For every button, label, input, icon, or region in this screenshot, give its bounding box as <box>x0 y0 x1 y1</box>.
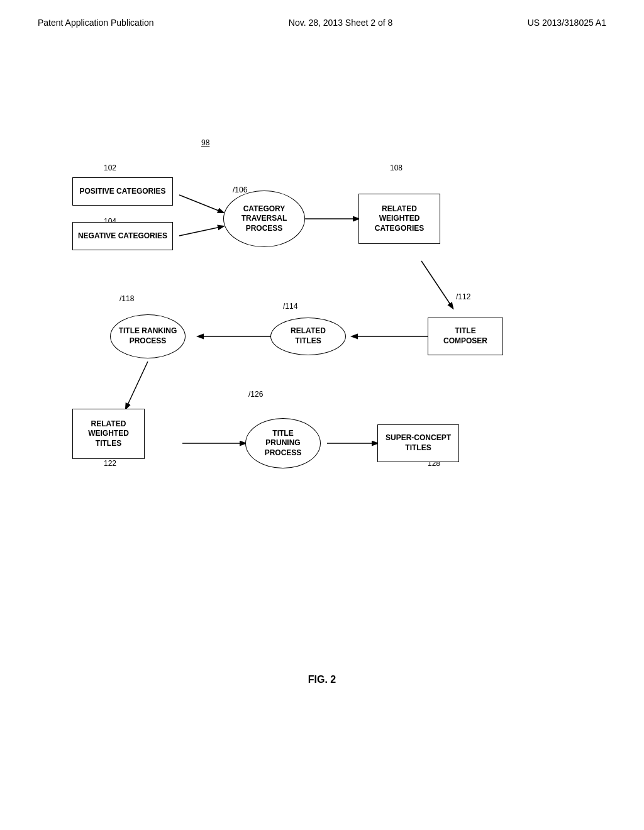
page-header: Patent Application Publication Nov. 28, … <box>0 0 644 28</box>
svg-line-3 <box>421 261 453 308</box>
svg-line-0 <box>179 195 223 213</box>
svg-line-1 <box>179 226 223 236</box>
ref-102: 102 <box>104 163 116 172</box>
node-related-titles: RELATEDTITLES <box>270 318 346 355</box>
node-title-pruning-process: TITLEPRUNINGPROCESS <box>245 418 321 468</box>
diagram-label-98: 98 <box>201 138 209 147</box>
node-related-weighted-titles: RELATEDWEIGHTEDTITLES <box>72 409 145 459</box>
ref-114: /114 <box>283 302 297 311</box>
fig-label: FIG. 2 <box>308 674 336 685</box>
ref-112: /112 <box>456 292 470 301</box>
ref-126: /126 <box>248 390 263 399</box>
svg-line-6 <box>126 362 148 409</box>
node-category-traversal-process: CATEGORYTRAVERSALPROCESS <box>223 191 305 247</box>
node-related-weighted-categories: RELATEDWEIGHTEDCATEGORIES <box>358 194 440 244</box>
header-middle: Nov. 28, 2013 Sheet 2 of 8 <box>289 18 393 28</box>
node-title-composer: TITLECOMPOSER <box>428 318 503 355</box>
ref-108: 108 <box>390 163 402 172</box>
diagram-area: 98 102 104 /106 108 /112 /114 /118 122 / <box>0 101 644 667</box>
header-right: US 2013/318025 A1 <box>528 18 606 28</box>
node-title-ranking-process: TITLE RANKINGPROCESS <box>110 314 186 358</box>
node-positive-categories: POSITIVE CATEGORIES <box>72 177 173 206</box>
node-super-concept-titles: SUPER-CONCEPTTITLES <box>377 424 459 462</box>
node-negative-categories: NEGATIVE CATEGORIES <box>72 222 173 250</box>
header-left: Patent Application Publication <box>38 18 153 28</box>
ref-118: /118 <box>119 294 134 303</box>
ref-122: 122 <box>104 459 116 468</box>
